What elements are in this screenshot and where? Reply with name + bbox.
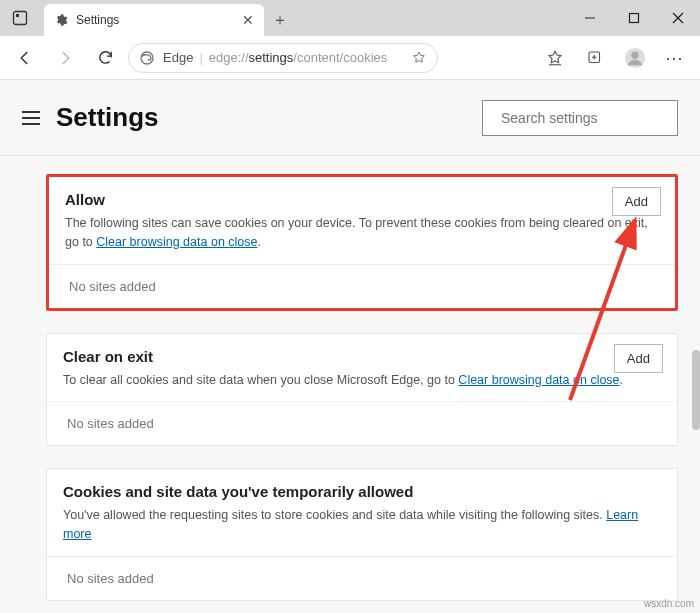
window-controls — [568, 0, 700, 36]
temp-allowed-section: Cookies and site data you've temporarily… — [46, 468, 678, 601]
edge-icon — [139, 50, 155, 66]
add-allow-button[interactable]: Add — [612, 187, 661, 216]
temp-title: Cookies and site data you've temporarily… — [63, 483, 661, 500]
clear-on-exit-section: Clear on exit To clear all cookies and s… — [46, 333, 678, 447]
collections-button[interactable] — [578, 41, 612, 75]
allow-description: The following sites can save cookies on … — [65, 214, 659, 252]
profile-button[interactable] — [618, 41, 652, 75]
clear-browsing-link[interactable]: Clear browsing data on close — [96, 235, 257, 249]
clear-browsing-link[interactable]: Clear browsing data on close — [458, 373, 619, 387]
forward-button — [48, 41, 82, 75]
new-tab-button[interactable]: ＋ — [264, 4, 296, 36]
allow-section: Allow The following sites can save cooki… — [46, 174, 678, 311]
back-button[interactable] — [8, 41, 42, 75]
page-title: Settings — [56, 102, 159, 133]
menu-icon[interactable] — [22, 111, 40, 125]
watermark: wsxdn.com — [644, 598, 694, 609]
allow-empty: No sites added — [49, 264, 675, 308]
close-tab-icon[interactable]: ✕ — [242, 12, 254, 28]
temp-empty: No sites added — [47, 556, 677, 600]
settings-content: Allow The following sites can save cooki… — [0, 156, 700, 613]
more-button[interactable]: ⋯ — [658, 41, 692, 75]
settings-header: Settings — [0, 80, 700, 156]
address-text: Edge|edge://settings/content/cookies — [163, 50, 387, 65]
svg-rect-0 — [14, 12, 27, 25]
tab-title: Settings — [76, 13, 234, 27]
clear-title: Clear on exit — [63, 348, 661, 365]
clear-empty: No sites added — [47, 401, 677, 445]
search-input[interactable] — [501, 110, 676, 126]
address-bar[interactable]: Edge|edge://settings/content/cookies — [128, 43, 438, 73]
browser-toolbar: Edge|edge://settings/content/cookies ⋯ — [0, 36, 700, 80]
gear-icon — [54, 13, 68, 27]
refresh-button[interactable] — [88, 41, 122, 75]
window-titlebar: Settings ✕ ＋ — [0, 0, 700, 36]
temp-description: You've allowed the requesting sites to s… — [63, 506, 661, 544]
maximize-button[interactable] — [612, 0, 656, 36]
add-clear-button[interactable]: Add — [614, 344, 663, 373]
close-window-button[interactable] — [656, 0, 700, 36]
tab-actions-button[interactable] — [0, 0, 40, 36]
clear-description: To clear all cookies and site data when … — [63, 371, 661, 390]
scrollbar-thumb[interactable] — [692, 350, 700, 430]
allow-title: Allow — [65, 191, 659, 208]
minimize-button[interactable] — [568, 0, 612, 36]
svg-point-12 — [631, 51, 638, 58]
favorite-add-icon[interactable] — [411, 50, 427, 66]
favorites-button[interactable] — [538, 41, 572, 75]
search-settings-box[interactable] — [482, 100, 678, 136]
browser-tab[interactable]: Settings ✕ — [44, 4, 264, 36]
svg-rect-3 — [630, 14, 639, 23]
svg-rect-1 — [16, 14, 19, 17]
